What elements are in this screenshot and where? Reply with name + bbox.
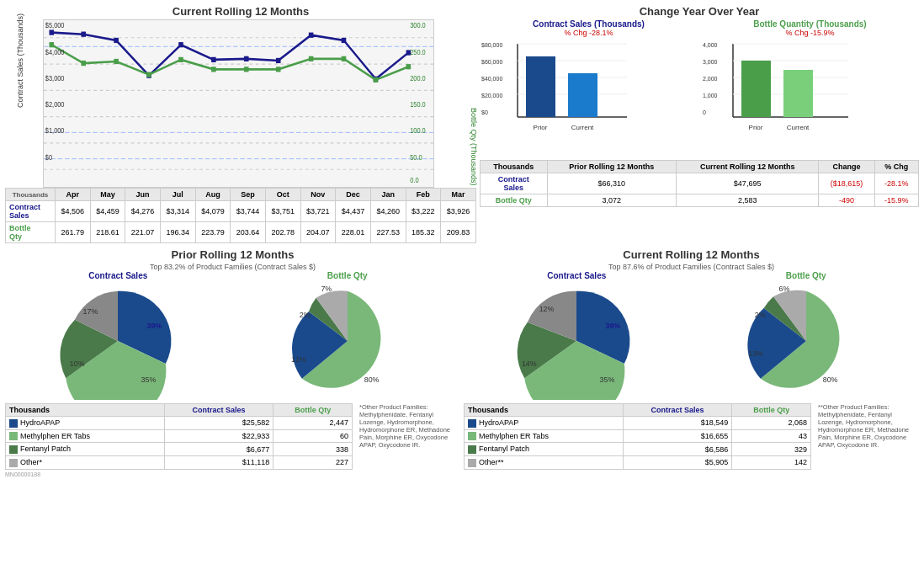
contract-jun: $4,276	[125, 201, 161, 222]
contract-aug: $4,079	[195, 201, 231, 222]
svg-text:$2,000: $2,000	[45, 101, 65, 109]
bottom-row: Prior Rolling 12 Months Top 83.2% of Pro…	[5, 248, 919, 470]
br-other-label: Other**	[465, 455, 624, 469]
bottom-left-title: Prior Rolling 12 Months	[5, 248, 460, 261]
left-panel: Current Rolling 12 Months Contract Sales…	[5, 5, 476, 243]
br-row-other: Other** $5,905 142	[465, 455, 811, 469]
bl-row-methylphen: Methylphen ER Tabs $22,933 60	[6, 429, 353, 443]
bottle-oct: 202.78	[265, 222, 300, 243]
yoy-title: Change Year Over Year	[480, 5, 919, 18]
svg-text:$0: $0	[45, 153, 53, 162]
svg-text:$4,000: $4,000	[45, 48, 65, 56]
svg-rect-29	[309, 56, 314, 61]
bl-hydroapap-bottle: 2,447	[273, 417, 353, 430]
br-row-hydroapap: HydroAPAP $18,549 2,068	[465, 417, 811, 430]
svg-rect-16	[276, 58, 281, 63]
svg-text:Current: Current	[787, 124, 810, 131]
svg-rect-30	[342, 56, 347, 61]
yoy-bottle-subtitle: Bottle Quantity (Thousands)	[701, 19, 919, 29]
svg-rect-25	[178, 57, 183, 62]
svg-rect-32	[406, 64, 412, 69]
line-chart: $5,000 $4,000 $3,000 $2,000 $1,000 $0 30…	[43, 19, 434, 188]
col-sep: Sep	[231, 189, 266, 201]
watermark: MN00000188	[5, 471, 919, 477]
svg-text:4,000: 4,000	[703, 42, 718, 48]
bottle-nov: 204.07	[300, 222, 336, 243]
bottle-label: BottleQty	[6, 222, 56, 243]
svg-text:12%: 12%	[539, 305, 555, 313]
svg-text:2%: 2%	[755, 311, 766, 319]
svg-text:$1,000: $1,000	[45, 127, 65, 136]
bottle-pie-label-right: Bottle Qty	[693, 271, 920, 280]
svg-text:Prior: Prior	[534, 124, 548, 131]
yoy-bottle-current: 2,583	[676, 194, 818, 207]
col-oct: Oct	[265, 189, 300, 201]
svg-rect-24	[146, 72, 151, 77]
dashboard: Current Rolling 12 Months Contract Sales…	[0, 0, 924, 482]
yoy-bottle-change: -490	[819, 194, 874, 207]
br-row-methylphen: Methylphen ER Tabs $16,655 43	[465, 429, 811, 443]
svg-text:Prior: Prior	[749, 124, 763, 131]
yoy-contract-row: ContractSales $66,310 $47,695 ($18,615) …	[481, 173, 919, 194]
svg-text:13%: 13%	[748, 349, 763, 358]
contract-row: ContractSales $4,506 $4,459 $4,276 $3,31…	[6, 201, 476, 222]
br-other-contract: $5,905	[623, 455, 732, 469]
contract-apr: $4,506	[55, 201, 90, 222]
col-jun: Jun	[125, 189, 161, 201]
bottom-right-table: Thousands Contract Sales Bottle Qty Hydr…	[464, 403, 811, 470]
svg-text:11%: 11%	[291, 355, 306, 364]
bottle-pie-wrapper-left: Bottle Qty 80% 11% 2% 7%	[235, 271, 461, 400]
svg-rect-57	[526, 56, 555, 117]
svg-rect-28	[276, 67, 281, 72]
bl-row-fentanyl: Fentanyl Patch $6,677 338	[6, 443, 353, 456]
bottle-feb: 185.32	[406, 222, 441, 243]
br-hydroapap-bottle: 2,068	[732, 417, 811, 430]
line-chart-outer: Contract Sales (Thousands)	[5, 19, 476, 188]
right-panel: Change Year Over Year Contract Sales (Th…	[480, 5, 919, 243]
bl-methylphen-label: Methylphen ER Tabs	[6, 429, 165, 443]
svg-text:$60,000: $60,000	[481, 59, 502, 65]
contract-jan: $4,260	[370, 201, 406, 222]
bl-methylphen-bottle: 60	[273, 429, 353, 443]
svg-text:50.0: 50.0	[410, 153, 422, 162]
svg-rect-10	[81, 32, 86, 37]
bl-other-bottle: 227	[273, 455, 353, 469]
yoy-th-thousands: Thousands	[481, 161, 548, 173]
bl-row-other: Other* $11,118 227	[6, 455, 353, 469]
contract-pie-wrapper-right: Contract Sales 39% 35% 14% 12%	[464, 271, 690, 400]
svg-text:0: 0	[703, 109, 706, 115]
contract-oct: $3,751	[265, 201, 300, 222]
contract-pie-wrapper-left: Contract Sales 39% 35%	[5, 271, 231, 400]
br-footnote: **Other Product Families: Methylphenidat…	[818, 403, 919, 449]
svg-text:Current: Current	[571, 124, 594, 131]
svg-text:300.0: 300.0	[410, 22, 426, 30]
yoy-contract-current: $47,695	[676, 173, 818, 194]
bottle-jul: 196.34	[160, 222, 195, 243]
svg-rect-31	[374, 77, 379, 83]
yoy-bottle-barchart: 4,000 3,000 2,000 1,000 0	[701, 37, 852, 155]
yoy-th-change: Change	[819, 161, 874, 173]
contract-pie-label-left: Contract Sales	[5, 271, 231, 280]
col-aug: Aug	[195, 189, 231, 201]
bottom-right-title: Current Rolling 12 Months	[464, 248, 919, 261]
yoy-section: Contract Sales (Thousands) % Chg -28.1% …	[480, 19, 919, 157]
svg-rect-72	[741, 61, 771, 117]
br-th-bottle: Bottle Qty	[732, 404, 811, 417]
br-other-bottle: 142	[732, 455, 811, 469]
col-jan: Jan	[370, 189, 406, 201]
svg-text:200.0: 200.0	[410, 75, 426, 83]
svg-text:100.0: 100.0	[410, 127, 426, 136]
col-nov: Nov	[300, 189, 336, 201]
br-hydroapap-label: HydroAPAP	[465, 417, 624, 430]
bottle-may: 218.61	[90, 222, 125, 243]
col-jul: Jul	[160, 189, 195, 201]
svg-text:250.0: 250.0	[410, 48, 426, 56]
yoy-bottle-row: Bottle Qty 3,072 2,583 -490 -15.9%	[481, 194, 919, 207]
br-fentanyl-contract: $6,586	[623, 443, 732, 456]
svg-text:$20,000: $20,000	[481, 93, 502, 98]
contract-pie-svg-right: 39% 35% 14% 12%	[509, 282, 644, 400]
br-methylphen-label: Methylphen ER Tabs	[465, 429, 624, 443]
br-fentanyl-label: Fentanyl Patch	[465, 443, 624, 456]
svg-text:$0: $0	[481, 109, 488, 115]
bl-fentanyl-contract: $6,677	[164, 443, 273, 456]
